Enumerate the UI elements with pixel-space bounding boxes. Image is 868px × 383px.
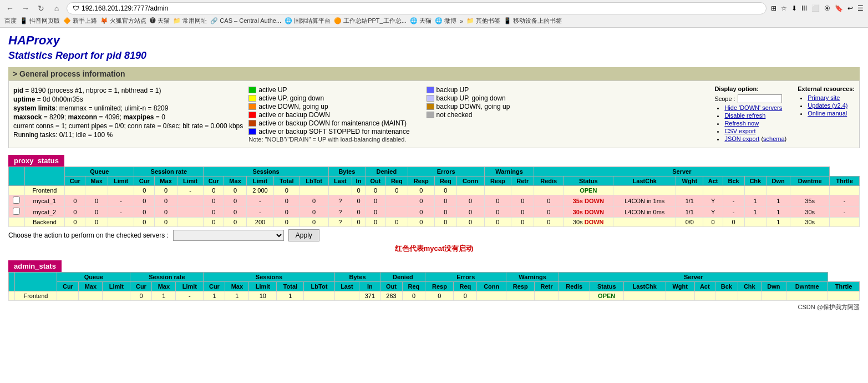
td-sr-max: 0: [155, 206, 177, 218]
admin-td-bck: [715, 291, 738, 301]
bookmark-tiktok[interactable]: 📱 抖音网页版: [20, 17, 60, 25]
refresh-button[interactable]: ↻: [35, 3, 47, 14]
bookmark-firefox[interactable]: 🦊 火狐官方站点: [100, 17, 146, 25]
errors-header: Errors: [408, 167, 484, 177]
td-check[interactable]: [9, 195, 25, 206]
legend-left: active UP active UP, going down active D…: [248, 85, 409, 143]
json-export-link[interactable]: JSON export: [724, 135, 759, 142]
th-q-limit: Limit: [108, 177, 134, 186]
admin-table-header-groups: Queue Session rate Sessions Bytes Denied…: [9, 273, 860, 282]
primary-site-link[interactable]: Primary site: [808, 94, 840, 101]
table-header-cols: Cur Max Limit Cur Max Limit Cur Max Limi…: [9, 177, 860, 186]
general-section-header: > General process information: [8, 67, 860, 80]
admin-td-status: OPEN: [590, 291, 623, 301]
denied-header: Denied: [365, 167, 408, 177]
table-row: Frontend 0 0 - 0 0 2 000 0 0 0 0 0: [9, 186, 860, 195]
admin-th-sessions: Sessions: [204, 273, 334, 282]
td-in: 0: [352, 195, 366, 206]
bookmark-more[interactable]: »: [460, 18, 463, 24]
legend-right: backup UP backup UP, going down backup D…: [427, 85, 510, 143]
td-bck: -: [723, 206, 744, 218]
bookmark-weibo[interactable]: 🌐 微博: [435, 17, 456, 25]
admin-td-resp-err: [506, 291, 535, 301]
legend-not-checked: not checked: [427, 111, 510, 119]
security-icon: 🛡: [73, 4, 79, 12]
td-check[interactable]: [9, 206, 25, 218]
updates-link[interactable]: Updates (v2.4): [808, 102, 847, 109]
action-select[interactable]: Set state to READY Set state to DRAIN Se…: [173, 230, 284, 241]
bookmark-other[interactable]: 📁 其他书签: [466, 17, 500, 25]
td-retr: [511, 186, 534, 195]
legend-soft-stopped: active or backup SOFT STOPPED for mainte…: [248, 128, 409, 135]
bookmark-common[interactable]: 📁 常用网址: [173, 17, 207, 25]
action-row: Choose the action to perform on the chec…: [8, 229, 860, 241]
browser-right-icons: ⊞ ☆ ⬇ III ⬜ ④ 🔖 ↩ ☰: [771, 4, 864, 12]
admin-th-check: [9, 273, 15, 291]
th-req-denied: Req: [385, 177, 408, 186]
admin-td-dwn: [761, 291, 786, 301]
bookmark-newuser[interactable]: 🔶 新手上路: [63, 17, 97, 25]
legend-label-backup-up-going-down: backup UP, going down: [436, 94, 506, 102]
admin-th-req-denied: Req: [402, 282, 425, 291]
home-button[interactable]: ⌂: [51, 3, 62, 14]
star-icon[interactable]: ☆: [781, 4, 787, 12]
disable-refresh-link[interactable]: Disable refresh: [724, 112, 765, 119]
apply-button[interactable]: Apply: [288, 229, 319, 241]
row-checkbox-mycat1[interactable]: [13, 196, 20, 204]
bookmark-icon[interactable]: 🔖: [835, 4, 843, 12]
td-req-denied: 0: [385, 186, 408, 195]
url-text: 192.168.201.129:7777/admin: [82, 4, 168, 12]
back-button[interactable]: ←: [4, 3, 16, 14]
td-out: 0: [365, 195, 385, 206]
td-req-err: 0: [434, 186, 456, 195]
bookmark-tmall[interactable]: 🅣 天猫: [150, 17, 170, 25]
td-sr-max: 0: [155, 186, 177, 195]
csv-export-link[interactable]: CSV export: [724, 128, 755, 134]
td-sess-max: 0: [224, 186, 247, 195]
schema-link[interactable]: schema: [763, 135, 785, 142]
menu-icon[interactable]: ☰: [857, 4, 864, 12]
reading-list-icon[interactable]: III: [801, 4, 807, 12]
bookmark-work[interactable]: 🟠 工作总结PPT_工作总...: [334, 17, 407, 25]
bookmark-cas[interactable]: 🔗 CAS – Central Authe...: [210, 17, 281, 24]
system-limits-line: system limits: memmax = unlimited; ulimi…: [13, 104, 243, 112]
profile-icon[interactable]: ④: [824, 4, 830, 12]
td-status: 30s DOWN: [564, 206, 613, 218]
td-in: 0: [352, 186, 366, 195]
forward-button[interactable]: →: [20, 3, 31, 14]
td-bck: -: [723, 195, 744, 206]
scope-input[interactable]: [738, 94, 782, 103]
bookmark-tmall2[interactable]: 🌐 天猫: [410, 17, 432, 25]
back-arrow-icon[interactable]: ↩: [847, 4, 853, 12]
td-in: 0: [352, 206, 366, 218]
window-icon[interactable]: ⬜: [811, 4, 820, 12]
td-q-max: 0: [85, 195, 108, 206]
bookmark-intl[interactable]: 🌐 国际结算平台: [285, 17, 331, 25]
bookmark-baidu[interactable]: 百度: [4, 17, 17, 25]
legend-label-not-checked: not checked: [436, 111, 473, 119]
admin-stats-table: Queue Session rate Sessions Bytes Denied…: [8, 272, 860, 301]
admin-th-bck: Bck: [715, 282, 738, 291]
td-req-denied: 0: [385, 218, 408, 227]
row-checkbox-mycat2[interactable]: [13, 208, 20, 215]
td-conn-err: [456, 186, 484, 195]
display-options-list: Hide 'DOWN' servers Disable refresh Refr…: [724, 104, 786, 142]
admin-th-lbtot: LbTot: [304, 282, 334, 291]
bookmark-mobile[interactable]: 📱 移动设备上的书签: [504, 17, 562, 25]
extensions-icon[interactable]: ⊞: [771, 4, 776, 12]
right-panels: Display option: Scope : Hide 'DOWN' serv…: [714, 85, 855, 143]
td-sr-max: 0: [155, 195, 177, 206]
td-thrtle: [830, 186, 860, 195]
td-conn-err: 0: [456, 218, 484, 227]
refresh-now: Refresh now: [724, 120, 786, 127]
refresh-now-link[interactable]: Refresh now: [724, 120, 759, 127]
admin-th-out: Out: [380, 282, 402, 291]
online-manual-link[interactable]: Online manual: [808, 110, 847, 117]
bookmarks-bar: 百度 📱 抖音网页版 🔶 新手上路 🦊 火狐官方站点 🅣 天猫 📁 常用网址 🔗…: [4, 17, 864, 25]
admin-th-resp-err: Resp: [506, 282, 535, 291]
address-bar[interactable]: 🛡 192.168.201.129:7777/admin: [67, 2, 767, 14]
td-lastchk: [613, 218, 676, 227]
download-icon[interactable]: ⬇: [791, 4, 797, 12]
hide-down-link[interactable]: Hide 'DOWN' servers: [724, 104, 782, 111]
th-sr-limit: Limit: [177, 177, 203, 186]
